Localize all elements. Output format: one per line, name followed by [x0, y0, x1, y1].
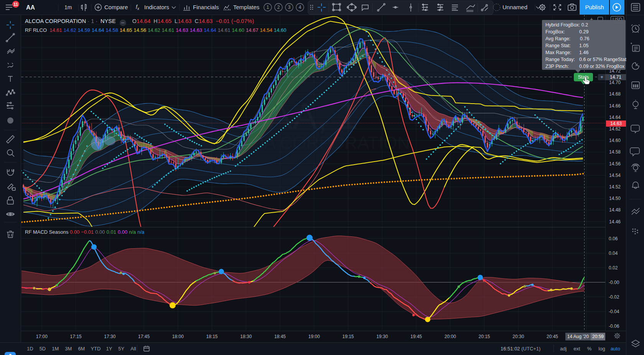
- svg-text:4: 4: [299, 5, 301, 10]
- svg-text:Indicators: Indicators: [144, 4, 169, 10]
- svg-text:3: 3: [288, 5, 291, 10]
- svg-text:Compare: Compare: [104, 4, 128, 10]
- svg-text:1m: 1m: [64, 4, 72, 10]
- svg-text:Financials: Financials: [193, 4, 219, 10]
- svg-text:Publish: Publish: [585, 4, 604, 10]
- svg-text:AA: AA: [26, 4, 35, 11]
- svg-text:Unnamed: Unnamed: [502, 4, 527, 10]
- svg-text:11: 11: [13, 2, 18, 7]
- svg-text:2: 2: [277, 5, 280, 10]
- svg-text:1: 1: [267, 5, 269, 10]
- svg-text:Templates: Templates: [233, 4, 259, 10]
- svg-text:fx: fx: [136, 4, 140, 11]
